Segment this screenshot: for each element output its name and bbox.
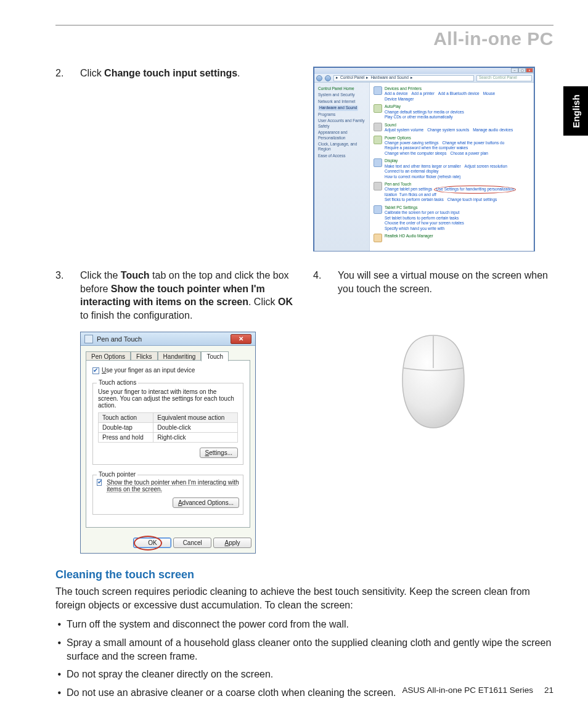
section-cleaning-title: Cleaning the touch screen xyxy=(55,568,553,581)
power-icon xyxy=(374,136,382,144)
breadcrumb: ▸Control Panel▸Hardware and Sound▸ xyxy=(333,75,474,81)
virtual-mouse-icon xyxy=(396,332,470,431)
pen-touch-icon xyxy=(374,182,382,190)
language-tab: English xyxy=(563,86,588,136)
nav-back-icon xyxy=(316,75,322,81)
ok-button: OK xyxy=(133,538,171,548)
tablet-pc-icon xyxy=(374,205,382,214)
window-titlebar: – ▢ × xyxy=(314,68,534,74)
section-cleaning-text: The touch screen requires periodic clean… xyxy=(55,585,553,612)
step-number: 3. xyxy=(55,269,70,322)
control-panel-screenshot: – ▢ × ▸Control Panel▸Hardware and Sound▸… xyxy=(313,67,535,252)
list-item: Turn off the system and disconnect the p… xyxy=(67,618,553,631)
realtek-icon xyxy=(374,234,382,242)
list-item: Spray a small amount of a household glas… xyxy=(67,636,553,663)
sound-icon xyxy=(374,123,382,131)
list-item: Do not spray the cleaner directly on the… xyxy=(67,668,553,681)
cancel-button: Cancel xyxy=(173,538,211,548)
display-icon xyxy=(374,158,382,167)
info-icon xyxy=(84,335,93,343)
control-panel-sidebar: Control Panel Home System and Security N… xyxy=(314,83,370,251)
maximize-icon: ▢ xyxy=(518,68,526,73)
pen-and-touch-dialog: Pen and Touch ✕ Pen Options Flicks Handw… xyxy=(80,332,256,554)
advanced-options-button: Advanced Options... xyxy=(173,497,239,508)
settings-button: Settings... xyxy=(200,448,238,458)
step-2: 2. Click Change touch input settings. xyxy=(55,67,296,80)
close-icon: ✕ xyxy=(231,334,251,344)
use-finger-checkbox: Use your finger as an input device xyxy=(92,367,243,374)
checkbox-icon xyxy=(92,367,99,374)
autoplay-icon xyxy=(374,104,382,113)
nav-forward-icon xyxy=(325,75,331,81)
devices-icon xyxy=(374,86,382,95)
step-number: 2. xyxy=(55,67,70,80)
step-4: 4. You will see a virtual mouse on the s… xyxy=(313,269,553,295)
checkbox-icon xyxy=(97,479,102,486)
tab-touch: Touch xyxy=(201,351,229,361)
apply-button: Apply xyxy=(213,538,251,548)
tabs: Pen Options Flicks Handwriting Touch xyxy=(86,351,250,361)
touch-actions-table: Touch actionEquivalent mouse action Doub… xyxy=(98,412,238,443)
header-title: All-in-one PC xyxy=(55,28,553,49)
step-3: 3. Click the Touch tab on the top and cl… xyxy=(55,269,296,322)
step-number: 4. xyxy=(313,269,328,295)
search-input: Search Control Panel xyxy=(476,75,532,81)
close-icon: × xyxy=(526,68,533,73)
minimize-icon: – xyxy=(511,68,518,73)
page-footer: ASUS All-in-one PC ET1611 Series21 xyxy=(55,685,553,695)
show-touch-pointer-checkbox: Show the touch pointer when I'm interact… xyxy=(97,479,239,493)
